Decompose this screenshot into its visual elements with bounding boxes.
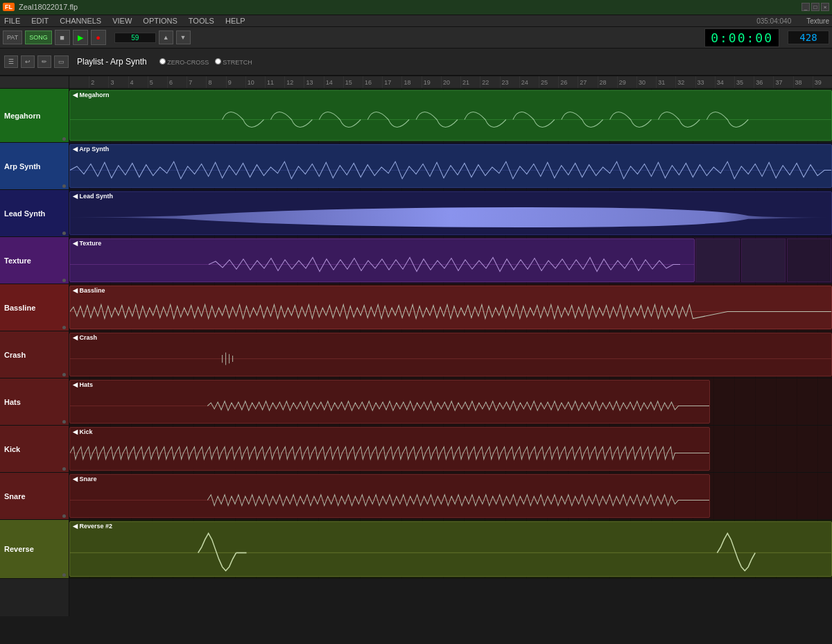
track-row-hats[interactable]: ◀ Hats xyxy=(69,378,832,426)
stretch-label[interactable]: STRETCH xyxy=(215,59,252,66)
track-row-snare[interactable]: ◀ Snare xyxy=(69,473,832,520)
ruler-mark-20: 20 xyxy=(441,76,450,88)
stretch-radio[interactable] xyxy=(215,58,221,64)
clip-snare[interactable]: ◀ Snare xyxy=(69,474,710,518)
empty-cell-3 xyxy=(787,238,831,282)
record-button[interactable]: ● xyxy=(91,30,106,45)
track-label-megahorn[interactable]: Megahorn xyxy=(0,89,69,143)
waveform-svg-crash xyxy=(70,343,831,374)
waveform-svg-texture xyxy=(70,249,694,280)
ruler-mark-34: 34 xyxy=(715,76,724,88)
pattern-btn[interactable]: PAT xyxy=(3,31,22,44)
clip-bassline[interactable]: ◀ Bassline xyxy=(69,286,832,329)
close-button[interactable]: × xyxy=(821,3,829,11)
clip-megahorn[interactable]: ◀ Megahorn xyxy=(69,90,832,141)
tempo-down[interactable]: ▼ xyxy=(176,31,191,44)
label-bassline: Bassline xyxy=(4,304,35,312)
menu-options[interactable]: OPTIONS xyxy=(141,16,179,26)
ruler-mark-28: 28 xyxy=(598,76,607,88)
zero-cross-radio[interactable] xyxy=(159,58,166,64)
ruler-mark-38: 38 xyxy=(793,76,802,88)
track-row-arp-synth[interactable]: ◀ Arp Synth // Generated inline as SVG p… xyxy=(69,143,832,190)
track-row-lead-synth[interactable]: ◀ Lead Synth xyxy=(69,190,832,237)
track-row-crash[interactable]: ◀ Crash xyxy=(69,331,832,378)
empty-cell-2 xyxy=(741,238,786,282)
clip-hats[interactable]: ◀ Hats xyxy=(69,380,710,424)
clip-label-kick: ◀ Kick xyxy=(73,428,93,435)
menu-help[interactable]: HELP xyxy=(224,16,247,26)
clip-label-crash: ◀ Crash xyxy=(73,334,97,341)
top-bar: FL Zeal18022017.flp _ □ × FILE EDIT CHAN… xyxy=(0,0,832,49)
waveform-snare xyxy=(70,485,709,516)
track-row-reverse[interactable]: ◀ Reverse #2 xyxy=(69,520,832,579)
track-row-kick[interactable]: ◀ Kick xyxy=(69,426,832,473)
track-label-kick[interactable]: Kick xyxy=(0,426,69,473)
menu-file[interactable]: FILE xyxy=(3,16,21,26)
track-dot-megahorn xyxy=(62,137,66,141)
empty-cell-1 xyxy=(695,238,740,282)
play-button[interactable]: ▶ xyxy=(73,30,88,45)
clip-lead-synth[interactable]: ◀ Lead Synth xyxy=(69,191,832,235)
track-label-snare[interactable]: Snare xyxy=(0,473,69,520)
track-label-lead-synth[interactable]: Lead Synth xyxy=(0,190,69,237)
clip-reverse[interactable]: ◀ Reverse #2 xyxy=(69,521,832,577)
label-hats: Hats xyxy=(4,398,21,406)
ruler-mark-31: 31 xyxy=(656,76,665,88)
ruler-mark-30: 30 xyxy=(636,76,645,88)
menu-tools[interactable]: TOOLS xyxy=(187,16,216,26)
clip-label-bassline: ◀ Bassline xyxy=(73,287,105,294)
pl-sel-btn[interactable]: ▭ xyxy=(54,55,69,68)
track-row-megahorn[interactable]: ◀ Megahorn xyxy=(69,89,832,143)
bpm-display: 428 xyxy=(788,31,829,44)
playlist-container: ☰ ↩ ✏ ▭ Playlist - Arp Synth ZERO-CROSS … xyxy=(0,49,832,616)
tracks-scroll: ◀ Megahorn xyxy=(69,89,832,579)
track-dot-hats xyxy=(62,420,66,424)
clip-texture[interactable]: ◀ Texture xyxy=(69,238,695,282)
menu-edit[interactable]: EDIT xyxy=(30,16,50,26)
tempo-display: 59 xyxy=(114,33,156,43)
clip-arp-synth[interactable]: ◀ Arp Synth // Generated inline as SVG p… xyxy=(69,144,832,188)
menu-channels[interactable]: CHANNELS xyxy=(58,16,103,26)
track-label-crash[interactable]: Crash xyxy=(0,331,69,378)
ruler-mark-36: 36 xyxy=(754,76,763,88)
ruler-mark-25: 25 xyxy=(539,76,548,88)
track-label-texture[interactable]: Texture xyxy=(0,237,69,284)
track-row-texture[interactable]: ◀ Texture xyxy=(69,237,832,284)
title-bar: FL Zeal18022017.flp _ □ × xyxy=(0,0,832,15)
label-lead-synth: Lead Synth xyxy=(4,209,45,218)
clip-label-arp-synth: ◀ Arp Synth xyxy=(73,146,109,153)
ruler-mark-6: 6 xyxy=(167,76,173,88)
tempo-up[interactable]: ▲ xyxy=(159,31,173,44)
zero-cross-label[interactable]: ZERO-CROSS xyxy=(159,59,211,66)
ruler-mark-3: 3 xyxy=(108,76,114,88)
ruler-mark-37: 37 xyxy=(773,76,782,88)
ruler-mark-33: 33 xyxy=(695,76,704,88)
pl-undo-btn[interactable]: ↩ xyxy=(21,55,35,68)
clip-kick[interactable]: ◀ Kick xyxy=(69,427,710,471)
minimize-button[interactable]: _ xyxy=(801,3,810,11)
track-dot-lead-synth xyxy=(62,232,66,235)
ruler-mark-10: 10 xyxy=(245,76,254,88)
waveform-svg-kick xyxy=(70,437,709,469)
track-label-arp-synth[interactable]: Arp Synth xyxy=(0,143,69,190)
waveform-arp-synth: // Generated inline as SVG path data xyxy=(70,155,831,186)
track-row-bassline[interactable]: ◀ Bassline xyxy=(69,284,832,331)
label-reverse: Reverse xyxy=(4,545,34,553)
ruler-mark-19: 19 xyxy=(422,76,431,88)
track-label-hats[interactable]: Hats xyxy=(0,378,69,426)
ruler-mark-26: 26 xyxy=(558,76,567,88)
menu-view[interactable]: VIEW xyxy=(111,16,133,26)
pl-menu-btn[interactable]: ☰ xyxy=(4,55,18,68)
clip-crash[interactable]: ◀ Crash xyxy=(69,333,832,376)
ruler-mark-7: 7 xyxy=(187,76,192,88)
ruler-mark-22: 22 xyxy=(480,76,489,88)
track-label-reverse[interactable]: Reverse xyxy=(0,520,69,579)
track-label-bassline[interactable]: Bassline xyxy=(0,284,69,331)
waveform-megahorn xyxy=(70,101,831,139)
pl-draw-btn[interactable]: ✏ xyxy=(37,55,51,68)
clip-label-snare: ◀ Snare xyxy=(73,476,97,482)
controls-bar: PAT SONG ■ ▶ ● 59 ▲ ▼ 0:00:00 428 xyxy=(0,27,832,48)
song-btn[interactable]: SONG xyxy=(25,31,52,44)
stop-button[interactable]: ■ xyxy=(55,30,70,45)
maximize-button[interactable]: □ xyxy=(811,3,820,11)
